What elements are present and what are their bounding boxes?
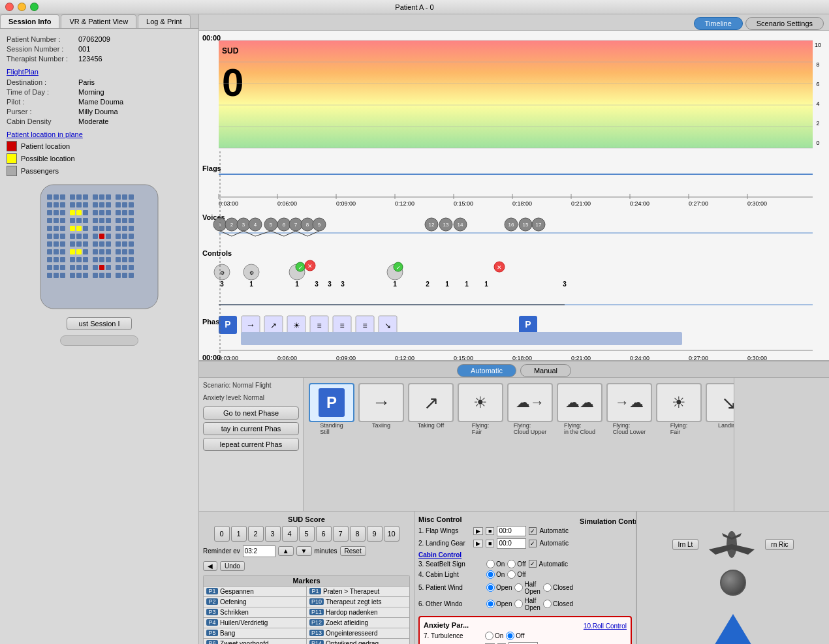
cabin-density-row: Cabin Density Moderate xyxy=(7,117,192,125)
irn-right-button[interactable]: rn Ric xyxy=(765,539,794,550)
marker-oefening[interactable]: P2 Oefening xyxy=(204,597,306,607)
sud-btn-4[interactable]: 4 xyxy=(282,526,298,542)
svg-rect-65 xyxy=(60,234,65,239)
flight-plan-header[interactable]: FlightPlan xyxy=(7,68,192,76)
flap-input[interactable] xyxy=(497,526,526,536)
patient-location-header[interactable]: Patient location in plane xyxy=(7,130,192,138)
phase-icon-standing: P xyxy=(309,383,354,422)
marker-praten[interactable]: P1 Praten > Therapeut xyxy=(307,587,409,596)
turb-on-radio[interactable] xyxy=(485,632,493,640)
gear-play-btn[interactable]: ▶ xyxy=(473,540,483,547)
oth-win-half-radio[interactable] xyxy=(514,600,523,608)
svg-rect-31 xyxy=(93,210,98,215)
oth-win-open-radio[interactable] xyxy=(486,600,495,608)
flap-play-btn[interactable]: ▶ xyxy=(473,527,483,535)
sud-btn-2[interactable]: 2 xyxy=(248,526,264,542)
sound-input[interactable] xyxy=(508,642,538,645)
phase-flying-fair2[interactable]: ☀ Flying:Fair xyxy=(656,383,702,435)
flap-set-btn[interactable]: ■ xyxy=(486,527,494,535)
marker-zoekt[interactable]: P12 Zoekt afleiding xyxy=(307,618,409,628)
tab-timeline[interactable]: Timeline xyxy=(694,17,743,30)
repeat-current-button[interactable]: lepeat current Phas xyxy=(203,438,299,451)
sud-btn-1[interactable]: 1 xyxy=(231,526,247,542)
svg-rect-94 xyxy=(99,249,104,254)
flap-auto-checkbox[interactable] xyxy=(529,527,537,535)
oth-win-closed-radio[interactable] xyxy=(543,600,552,608)
controls-section: Misc Control 1. Flap Wings ▶ ■ Automatic xyxy=(414,512,636,645)
tab-manual[interactable]: Manual xyxy=(520,364,571,377)
phase-flying-fair[interactable]: ☀ Flying:Fair xyxy=(458,383,503,435)
minimize-button[interactable] xyxy=(18,3,26,11)
svg-text:0:03:00: 0:03:00 xyxy=(219,355,238,360)
sud-btn-3[interactable]: 3 xyxy=(265,526,281,542)
svg-rect-12 xyxy=(129,194,134,200)
phase-flying-cloud-lower[interactable]: →☁ Flying:Cloud Lower xyxy=(606,383,652,435)
roll-control-link[interactable]: 10.Roll Control xyxy=(584,622,627,630)
tab-log-print[interactable]: Log & Print xyxy=(138,14,190,28)
adjust-session-button[interactable]: ust Session I xyxy=(67,317,132,330)
pat-win-open-radio[interactable] xyxy=(486,583,495,592)
marker-schrikken[interactable]: P3 Schrikken xyxy=(204,607,306,617)
phase-standing-still[interactable]: P StandingStill xyxy=(309,383,354,435)
pat-win-half-radio[interactable] xyxy=(514,583,523,592)
phase-taking-off[interactable]: ↗ Taking Off xyxy=(408,383,454,435)
marker-zweet[interactable]: P6 Zweet voorhoofd xyxy=(204,639,306,645)
svg-rect-114 xyxy=(70,265,75,270)
tab-automatic[interactable]: Automatic xyxy=(457,364,516,377)
go-next-phase-button[interactable]: Go to next Phase xyxy=(203,406,299,420)
seatbelt-off-radio[interactable] xyxy=(507,560,516,568)
reminder-input[interactable] xyxy=(243,545,275,557)
sud-undo-button[interactable]: Undo xyxy=(220,561,245,571)
cabin-light-on-radio[interactable] xyxy=(486,570,495,579)
reminder-stepper-down[interactable]: ▼ xyxy=(296,546,312,556)
svg-rect-127 xyxy=(76,273,82,278)
tab-session-info[interactable]: Session Info xyxy=(0,14,59,28)
reminder-stepper-up[interactable]: ▲ xyxy=(278,546,294,556)
sud-btn-9[interactable]: 9 xyxy=(367,526,383,542)
landing-gear-row: 2. Landing Gear ▶ ■ Automatic xyxy=(418,538,573,549)
marker-huilen[interactable]: P4 Huilen/Verdrietig xyxy=(204,618,306,628)
close-button[interactable] xyxy=(5,3,14,11)
marker-therapeut-zegt[interactable]: P10 Therapeut zegt iets xyxy=(307,597,409,607)
marker-gespannen[interactable]: P1 Gespannen xyxy=(204,587,306,596)
gear-input[interactable] xyxy=(497,538,526,549)
sud-btn-0[interactable]: 0 xyxy=(214,526,230,542)
gear-set-btn[interactable]: ■ xyxy=(486,540,494,547)
sud-btn-6[interactable]: 6 xyxy=(316,526,332,542)
tab-scenario-settings[interactable]: Scenario Settings xyxy=(745,17,824,30)
svg-rect-14 xyxy=(54,202,59,207)
marker-bang[interactable]: P5 Bang xyxy=(204,628,306,638)
marker-ongeinteresseerd[interactable]: P13 Ongeinteresseerd xyxy=(307,628,409,638)
scroll-thumb[interactable] xyxy=(60,335,138,346)
maximize-button[interactable] xyxy=(30,3,39,11)
stay-current-button[interactable]: tay in current Phas xyxy=(203,422,299,435)
reset-button[interactable]: Reset xyxy=(340,546,366,556)
gear-auto-checkbox[interactable] xyxy=(529,540,537,547)
turb-off-radio[interactable] xyxy=(506,632,514,640)
control-knob[interactable] xyxy=(720,570,746,596)
marker-ontwikend[interactable]: P14 Ontwikend gedrag xyxy=(307,639,409,645)
sud-btn-8[interactable]: 8 xyxy=(350,526,366,542)
pat-win-closed-radio[interactable] xyxy=(543,583,552,592)
svg-rect-108 xyxy=(116,257,121,262)
svg-text:✕: ✕ xyxy=(307,263,313,269)
phase-flying-in-cloud[interactable]: ☁☁ Flying:in the Cloud xyxy=(557,383,602,435)
sud-btn-5[interactable]: 5 xyxy=(299,526,315,542)
svg-text:⚙: ⚙ xyxy=(249,270,254,276)
seatbelt-auto-checkbox[interactable] xyxy=(529,560,537,568)
seatbelt-on-radio[interactable] xyxy=(486,560,495,568)
marker-hardop[interactable]: P11 Hardop nadenken xyxy=(307,607,409,617)
cabin-light-off-radio[interactable] xyxy=(507,570,516,579)
titlebar: Patient A - 0 xyxy=(0,0,829,14)
svg-rect-16 xyxy=(70,202,75,207)
phase-landing[interactable]: ↘ Landing xyxy=(706,383,734,435)
undo-left-arrow[interactable]: ◀ xyxy=(203,561,217,571)
tab-vr-patient[interactable]: VR & Patient View xyxy=(61,14,136,28)
phase-icon-flying-fair2: ☀ xyxy=(656,383,702,422)
sud-btn-7[interactable]: 7 xyxy=(333,526,349,542)
sud-btn-10[interactable]: 10 xyxy=(384,526,399,542)
irn-left-button[interactable]: Irn Lt xyxy=(672,539,699,550)
cabin-control-link[interactable]: Cabin Control xyxy=(418,551,573,559)
phase-taxiing[interactable]: → Taxiing xyxy=(358,383,404,435)
phase-flying-cloud-upper[interactable]: ☁→ Flying:Cloud Upper xyxy=(507,383,553,435)
